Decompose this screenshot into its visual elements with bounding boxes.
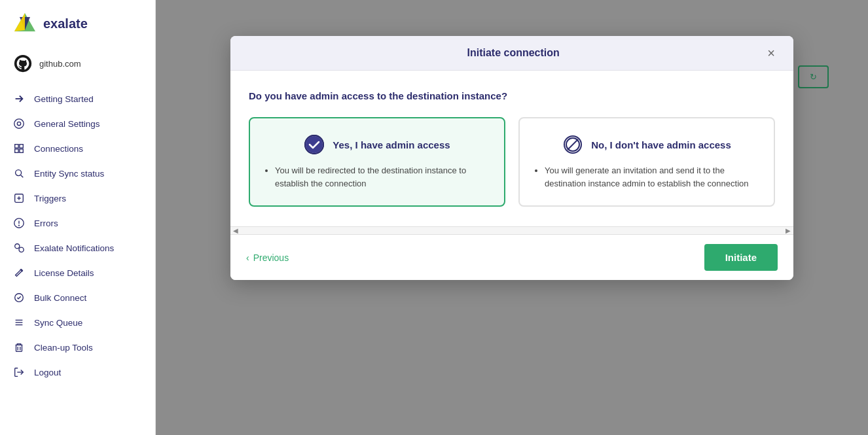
sidebar-item-connections[interactable]: Connections [0, 136, 155, 161]
svg-line-34 [568, 139, 578, 150]
modal-header: Initiate connection × [230, 36, 793, 71]
settings-circle-icon [13, 118, 25, 130]
scroll-left-arrow[interactable]: ◀ [233, 227, 238, 234]
option-admin-yes[interactable]: Yes, I have admin access You will be red… [249, 117, 505, 207]
svg-point-5 [14, 119, 24, 128]
grid-icon [13, 143, 25, 154]
modal-scrollbar: ◀ ▶ [230, 226, 793, 234]
sidebar-item-bulk-connect[interactable]: Bulk Connect [0, 285, 155, 310]
admin-access-options: Yes, I have admin access You will be red… [249, 117, 775, 207]
sidebar-item-errors[interactable]: Errors [0, 211, 155, 235]
sidebar-item-exalate-notifications[interactable]: Exalate Notifications [0, 235, 155, 260]
arrow-right-icon [13, 93, 25, 105]
sidebar-item-sync-queue[interactable]: Sync Queue [0, 310, 155, 335]
option-yes-header: Yes, I have admin access [263, 134, 491, 155]
option-yes-bullets: You will be redirected to the destinatio… [263, 164, 491, 190]
svg-rect-10 [20, 149, 23, 152]
option-no-title: No, I don't have admin access [591, 139, 731, 150]
sidebar-user: github.com [0, 47, 155, 84]
logout-icon [13, 366, 25, 378]
option-yes-title: Yes, I have admin access [333, 139, 450, 150]
svg-point-6 [17, 122, 20, 125]
logo-area: exalate [0, 0, 155, 47]
bulk-connect-icon [13, 292, 25, 304]
sidebar-item-logout[interactable]: Logout [0, 360, 155, 385]
sidebar-nav: Getting Started General Settings Connect… [0, 84, 155, 387]
svg-rect-8 [20, 145, 23, 148]
svg-point-18 [19, 225, 20, 226]
sidebar-item-entity-sync-status[interactable]: Entity Sync status [0, 161, 155, 186]
triggers-icon [13, 192, 25, 204]
option-no-bullet: You will generate an invitation and send… [545, 164, 761, 190]
option-no-header: No, I don't have admin access [533, 134, 761, 155]
modal-question: Do you have admin access to the destinat… [249, 90, 775, 101]
svg-point-19 [15, 244, 20, 249]
sidebar-item-license-details[interactable]: License Details [0, 260, 155, 285]
sidebar: exalate github.com Getting Started Gener… [0, 0, 156, 435]
sidebar-item-clean-up-tools[interactable]: Clean-up Tools [0, 335, 155, 360]
option-no-bullets: You will generate an invitation and send… [533, 164, 761, 190]
exalate-logo-icon [13, 12, 37, 35]
github-username: github.com [39, 59, 81, 69]
search-icon [13, 167, 25, 179]
modal-close-button[interactable]: × [765, 46, 778, 60]
svg-point-11 [16, 170, 22, 176]
sidebar-item-getting-started[interactable]: Getting Started [0, 86, 155, 111]
errors-icon [13, 217, 25, 229]
trash-icon [13, 341, 25, 353]
scroll-right-arrow[interactable]: ▶ [786, 227, 791, 234]
svg-rect-26 [16, 345, 22, 351]
previous-button[interactable]: ‹ Previous [246, 252, 289, 263]
modal-overlay: Initiate connection × Do you have admin … [156, 0, 868, 435]
logo-text: exalate [43, 16, 88, 31]
chevron-left-icon: ‹ [246, 252, 249, 263]
svg-point-31 [306, 136, 323, 153]
list-icon [13, 317, 25, 328]
modal-title: Initiate connection [262, 47, 765, 59]
no-access-icon [562, 134, 583, 155]
sidebar-item-general-settings[interactable]: General Settings [0, 111, 155, 136]
option-yes-bullet: You will be redirected to the destinatio… [275, 164, 491, 190]
modal-body: Do you have admin access to the destinat… [230, 71, 793, 226]
modal-footer: ‹ Previous Initiate [230, 234, 793, 280]
svg-rect-9 [15, 149, 18, 152]
sidebar-item-triggers[interactable]: Triggers [0, 186, 155, 211]
pencil-icon [13, 267, 25, 279]
option-admin-no[interactable]: No, I don't have admin access You will g… [518, 117, 775, 207]
previous-label: Previous [253, 252, 289, 263]
svg-line-12 [21, 175, 24, 178]
initiate-button[interactable]: Initiate [704, 244, 778, 271]
svg-marker-2 [14, 13, 25, 31]
svg-point-20 [19, 247, 24, 252]
initiate-connection-modal: Initiate connection × Do you have admin … [230, 36, 793, 280]
notifications-icon [13, 242, 25, 254]
svg-rect-7 [15, 145, 18, 148]
check-circle-icon [304, 134, 325, 155]
github-icon [13, 54, 33, 73]
